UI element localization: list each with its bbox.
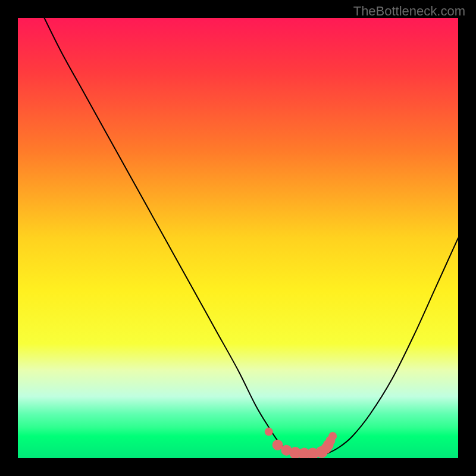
chart-container: TheBottleneck.com	[0, 0, 476, 476]
highlight-marker	[328, 432, 337, 440]
watermark-text: TheBottleneck.com	[353, 4, 465, 19]
chart-plot-area	[18, 18, 458, 458]
chart-background	[18, 18, 458, 458]
highlight-marker	[265, 428, 273, 436]
chart-svg	[18, 18, 458, 458]
